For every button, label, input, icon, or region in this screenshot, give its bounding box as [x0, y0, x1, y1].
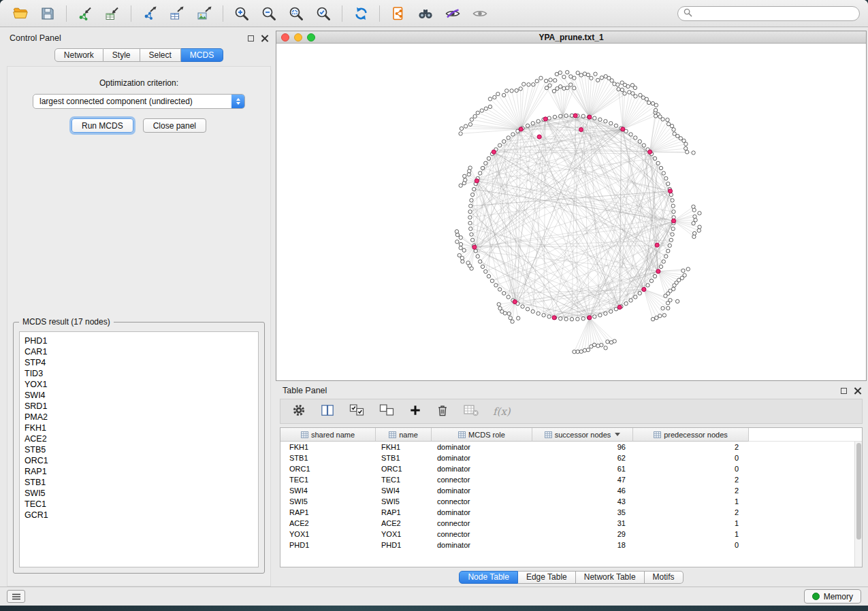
cell-name[interactable]: YOX1	[376, 530, 432, 538]
cell-shared-name[interactable]: SWI4	[280, 486, 376, 495]
mcds-result-item[interactable]: CAR1	[25, 346, 258, 357]
deselect-all-button[interactable]	[379, 403, 395, 420]
tab-node-table[interactable]: Node Table	[459, 571, 518, 584]
export-table-button[interactable]	[165, 3, 189, 24]
mcds-result-item[interactable]: RAP1	[25, 466, 258, 477]
cell-mcds-role[interactable]: connector	[432, 530, 532, 538]
cell-mcds-role[interactable]: dominator	[432, 454, 532, 462]
cell-shared-name[interactable]: PHD1	[280, 541, 376, 549]
cell-shared-name[interactable]: RAP1	[280, 508, 376, 516]
float-panel-icon[interactable]	[248, 35, 254, 42]
cell-mcds-role[interactable]: dominator	[432, 486, 532, 495]
cell-successor-nodes[interactable]: 29	[532, 530, 633, 538]
mcds-result-item[interactable]: GCR1	[25, 510, 258, 521]
mcds-result-item[interactable]: STB5	[25, 444, 258, 455]
cell-predecessor-nodes[interactable]: 0	[633, 541, 749, 549]
cell-name[interactable]: PHD1	[376, 541, 432, 549]
status-menu-button[interactable]	[7, 590, 25, 603]
export-network-button[interactable]	[138, 3, 162, 24]
cell-shared-name[interactable]: TEC1	[280, 476, 376, 484]
cell-successor-nodes[interactable]: 18	[532, 541, 633, 549]
close-panel-icon[interactable]	[261, 35, 268, 42]
cell-name[interactable]: FKH1	[376, 443, 432, 451]
import-table-button[interactable]	[100, 3, 125, 24]
cell-mcds-role[interactable]: connector	[432, 476, 532, 484]
run-mcds-button[interactable]: Run MCDS	[71, 118, 133, 133]
column-header-shared-name[interactable]: shared name	[280, 428, 376, 442]
cell-mcds-role[interactable]: connector	[432, 519, 532, 527]
show-selection-button[interactable]	[468, 3, 492, 24]
cell-successor-nodes[interactable]: 46	[532, 486, 633, 495]
zoom-in-button[interactable]	[229, 3, 254, 24]
cell-name[interactable]: ORC1	[376, 465, 432, 473]
table-row[interactable]: PHD1PHD1dominator180	[280, 540, 854, 550]
tab-edge-table[interactable]: Edge Table	[518, 571, 576, 584]
zoom-selected-button[interactable]	[311, 3, 336, 24]
mcds-result-item[interactable]: ORC1	[25, 455, 258, 466]
column-header-successor-nodes[interactable]: successor nodes	[532, 428, 633, 442]
cell-name[interactable]: SWI5	[376, 497, 432, 506]
cell-name[interactable]: STB1	[376, 454, 432, 462]
cell-successor-nodes[interactable]: 61	[532, 465, 633, 473]
mcds-result-item[interactable]: SWI4	[25, 390, 258, 401]
mcds-result-item[interactable]: FKH1	[25, 423, 258, 433]
search-field[interactable]	[677, 6, 860, 21]
close-panel-button[interactable]: Close panel	[143, 118, 206, 133]
mcds-result-item[interactable]: STB1	[25, 477, 258, 488]
mcds-result-item[interactable]: TEC1	[25, 499, 258, 510]
tab-motifs[interactable]: Motifs	[645, 571, 684, 584]
cell-predecessor-nodes[interactable]: 1	[633, 497, 749, 506]
mcds-result-item[interactable]: PMA2	[25, 412, 258, 423]
memory-button[interactable]: Memory	[804, 589, 861, 604]
window-minimize-light[interactable]	[294, 33, 302, 42]
column-header-mcds-role[interactable]: MCDS role	[432, 428, 532, 442]
criterion-dropdown[interactable]: largest connected component (undirected)	[33, 94, 245, 109]
cell-successor-nodes[interactable]: 62	[532, 454, 633, 462]
cell-shared-name[interactable]: STB1	[280, 454, 376, 462]
cell-successor-nodes[interactable]: 47	[532, 476, 633, 484]
cell-mcds-role[interactable]: dominator	[432, 443, 532, 451]
table-row[interactable]: FKH1FKH1dominator962	[280, 442, 854, 452]
mcds-result-item[interactable]: ACE2	[25, 433, 258, 444]
table-row[interactable]: SWI5SWI5connector431	[280, 496, 854, 507]
table-row[interactable]: ORC1ORC1dominator610	[280, 463, 854, 474]
cell-successor-nodes[interactable]: 31	[532, 519, 633, 527]
mcds-result-item[interactable]: PHD1	[25, 335, 258, 346]
search-input[interactable]	[696, 9, 854, 18]
float-table-panel-icon[interactable]	[841, 388, 847, 394]
column-header-predecessor-nodes[interactable]: predecessor nodes	[633, 428, 749, 442]
zoom-out-button[interactable]	[257, 3, 281, 24]
cell-mcds-role[interactable]: connector	[432, 497, 532, 506]
table-settings-button[interactable]	[291, 403, 306, 420]
tab-network-table[interactable]: Network Table	[576, 571, 645, 584]
mcds-result-item[interactable]: STP4	[25, 357, 258, 368]
cell-shared-name[interactable]: ACE2	[280, 519, 376, 527]
cell-successor-nodes[interactable]: 96	[532, 443, 633, 451]
find-button[interactable]	[413, 3, 438, 24]
share-document-button[interactable]	[386, 3, 411, 24]
function-builder-button[interactable]: f(x)	[493, 406, 511, 418]
show-columns-button[interactable]	[320, 403, 335, 420]
cell-shared-name[interactable]: ORC1	[280, 465, 376, 473]
close-table-panel-icon[interactable]	[854, 387, 861, 395]
save-session-button[interactable]	[35, 3, 60, 24]
table-row[interactable]: STB1STB1dominator620	[280, 452, 854, 463]
mcds-result-item[interactable]: YOX1	[25, 379, 258, 390]
mcds-result-item[interactable]: SWI5	[25, 488, 258, 499]
cell-successor-nodes[interactable]: 43	[532, 497, 633, 506]
cell-successor-nodes[interactable]: 35	[532, 508, 633, 516]
table-row[interactable]: YOX1YOX1connector291	[280, 529, 854, 540]
table-row[interactable]: RAP1RAP1dominator352	[280, 507, 854, 518]
cell-shared-name[interactable]: SWI5	[280, 497, 376, 506]
cell-predecessor-nodes[interactable]: 0	[633, 465, 749, 473]
hide-selection-button[interactable]	[440, 3, 465, 24]
tab-mcds[interactable]: MCDS	[181, 48, 223, 62]
network-view-titlebar[interactable]: YPA_prune.txt_1	[276, 31, 866, 44]
mcds-result-list[interactable]: PHD1CAR1STP4TID3YOX1SWI4SRD1PMA2FKH1ACE2…	[19, 331, 259, 567]
delete-table-button[interactable]	[463, 403, 479, 420]
cell-predecessor-nodes[interactable]: 0	[633, 454, 749, 462]
cell-mcds-role[interactable]: dominator	[432, 541, 532, 549]
cell-predecessor-nodes[interactable]: 1	[633, 519, 749, 527]
column-header-name[interactable]: name	[376, 428, 432, 442]
open-file-button[interactable]	[8, 3, 33, 24]
